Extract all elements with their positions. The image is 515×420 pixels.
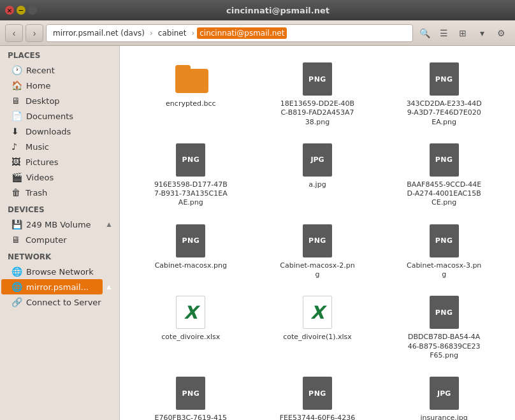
sidebar-item-recent[interactable]: 🕐 Recent — [1, 62, 118, 78]
png-icon: PNG — [302, 375, 333, 411]
connect-server-icon: 🔗 — [11, 297, 22, 307]
png-icon: PNG — [429, 223, 460, 259]
file-name: 343CD2DA-E233-44D9-A3D7-7E46D7E020EA.png — [406, 99, 482, 127]
sidebar-item-documents[interactable]: 📄 Documents — [1, 108, 118, 124]
file-item[interactable]: JPGa.jpg — [257, 137, 379, 213]
pictures-icon: 🖼 — [11, 157, 22, 167]
forward-button[interactable]: › — [25, 24, 43, 42]
sidebar-item-volume-row: 💾 249 MB Volume ▲ — [1, 217, 118, 232]
sidebar-item-videos[interactable]: 🎬 Videos — [1, 170, 118, 185]
file-item[interactable]: PNGCabinet-macosx-3.png — [383, 218, 505, 285]
sidebar-item-computer[interactable]: 🖥 Computer — [1, 232, 118, 247]
recent-icon: 🕐 — [11, 65, 22, 75]
home-icon: 🏠 — [11, 80, 22, 91]
file-name: Cabinet-macosx.png — [155, 261, 227, 270]
sidebar-item-label: Videos — [26, 173, 54, 182]
xlsx-icon: X — [302, 294, 333, 330]
grid-view-button[interactable]: ⊞ — [454, 24, 472, 42]
sidebar-item-volume[interactable]: 💾 249 MB Volume — [1, 217, 103, 232]
png-icon: PNG — [175, 142, 206, 178]
devices-header: Devices — [0, 200, 119, 217]
sidebar-item-mirror[interactable]: 🌐 mirror.psmail... — [1, 279, 103, 294]
sort-button[interactable]: ▾ — [473, 24, 491, 42]
minimize-button[interactable]: − — [17, 6, 25, 15]
sidebar-item-label: Recent — [26, 66, 55, 75]
breadcrumb-current[interactable]: cincinnati@psmail.net — [197, 27, 287, 39]
file-name: Cabinet-macosx-2.png — [279, 261, 356, 280]
file-name: DBDCB78D-BA54-4A46-B875-86839CE23F65.png — [406, 333, 482, 360]
sidebar-item-home[interactable]: 🏠 Home — [1, 78, 118, 93]
xlsx-icon: X — [175, 294, 206, 330]
eject-volume-button[interactable]: ▲ — [103, 217, 115, 232]
file-item[interactable]: PNGCabinet-macosx.png — [130, 218, 252, 285]
file-name: Cabinet-macosx-3.png — [406, 261, 482, 280]
computer-icon: 🖥 — [11, 235, 22, 245]
downloads-icon: ⬇ — [11, 126, 22, 136]
file-item[interactable]: Xcote_divoire(1).xlsx — [257, 289, 379, 365]
jpg-icon: JPG — [302, 142, 333, 178]
sidebar-item-label: Connect to Server — [26, 298, 101, 307]
back-button[interactable]: ‹ — [5, 24, 23, 42]
file-item[interactable]: JPGinsurance.jpg — [383, 370, 505, 420]
sidebar-item-browse-network[interactable]: 🌐 Browse Network — [1, 264, 118, 279]
jpg-icon: JPG — [429, 375, 460, 411]
breadcrumb-sep-1: › — [150, 29, 153, 38]
file-item[interactable]: PNG916E3598-D177-47B7-B931-73A135C1EAAE.… — [130, 137, 252, 213]
file-item[interactable]: PNGDBDCB78D-BA54-4A46-B875-86839CE23F65.… — [383, 289, 505, 365]
breadcrumb-sep-2: › — [191, 29, 194, 38]
titlebar: × − cincinnati@psmail.net — [0, 0, 515, 20]
file-name: BAAF8455-9CCD-44ED-A274-4001EAC15BCE.png — [406, 180, 482, 208]
png-icon: PNG — [429, 294, 460, 330]
breadcrumb-cabinet[interactable]: cabinet — [156, 27, 189, 39]
sidebar-item-pictures[interactable]: 🖼 Pictures — [1, 154, 118, 170]
file-item[interactable]: PNGCabinet-macosx-2.png — [257, 218, 379, 285]
breadcrumb-davs[interactable]: mirror.psmail.net (davs) — [50, 27, 147, 39]
png-icon: PNG — [175, 223, 206, 259]
search-button[interactable]: 🔍 — [416, 24, 433, 42]
sidebar-item-label: mirror.psmail... — [26, 282, 89, 292]
file-name: FEE53744-60F6-4236-A3D0-AC8A7CA470AE.png — [279, 414, 356, 420]
sidebar-item-downloads[interactable]: ⬇ Downloads — [1, 124, 118, 139]
sidebar-item-label: Desktop — [25, 96, 60, 106]
menu-button[interactable]: ☰ — [435, 24, 453, 42]
volume-icon: 💾 — [11, 219, 22, 229]
file-item[interactable]: PNGFEE53744-60F6-4236-A3D0-AC8A7CA470AE.… — [257, 370, 379, 420]
trash-icon: 🗑 — [11, 187, 22, 198]
sidebar-item-mirror-row: 🌐 mirror.psmail... ▲ — [1, 279, 118, 294]
sidebar-item-connect-server[interactable]: 🔗 Connect to Server — [1, 294, 118, 310]
file-item[interactable]: PNGE760FB3C-7619-415C-91FA-1B69356B4F2D.… — [130, 370, 252, 420]
file-grid: encrypted.bccPNG18E13659-DD2E-40BC-B819-… — [130, 56, 505, 420]
file-item[interactable]: PNG18E13659-DD2E-40BC-B819-FAD2A453A738.… — [257, 56, 379, 132]
file-item[interactable]: PNGBAAF8455-9CCD-44ED-A274-4001EAC15BCE.… — [383, 137, 505, 213]
window-title: cincinnati@psmail.net — [46, 6, 510, 15]
maximize-button[interactable] — [28, 6, 37, 15]
file-name: 916E3598-D177-47B7-B931-73A135C1EAAE.png — [152, 180, 229, 208]
videos-icon: 🎬 — [11, 172, 22, 182]
sidebar-item-desktop[interactable]: 🖥 Desktop — [1, 93, 118, 108]
png-icon: PNG — [302, 223, 333, 259]
file-area: encrypted.bccPNG18E13659-DD2E-40BC-B819-… — [120, 46, 515, 420]
sidebar-item-label: Trash — [25, 188, 47, 198]
settings-button[interactable]: ⚙ — [492, 24, 510, 42]
sidebar-item-label: 249 MB Volume — [26, 220, 91, 229]
sidebar-item-label: Browse Network — [26, 267, 94, 277]
places-header: Places — [0, 46, 119, 62]
network-header: Network — [0, 247, 119, 264]
file-name: encrypted.bcc — [166, 99, 215, 108]
sidebar-item-trash[interactable]: 🗑 Trash — [1, 185, 118, 200]
file-name: cote_divoire(1).xlsx — [283, 333, 352, 342]
file-item[interactable]: Xcote_divoire.xlsx — [130, 289, 252, 365]
file-item[interactable]: PNG343CD2DA-E233-44D9-A3D7-7E46D7E020EA.… — [383, 56, 505, 132]
file-name: a.jpg — [308, 180, 326, 189]
desktop-icon: 🖥 — [11, 96, 22, 106]
eject-mirror-button[interactable]: ▲ — [103, 279, 115, 294]
close-button[interactable]: × — [5, 6, 14, 15]
main-layout: Places 🕐 Recent 🏠 Home 🖥 Desktop 📄 Docum… — [0, 46, 515, 420]
folder-icon — [175, 61, 206, 97]
file-item[interactable]: encrypted.bcc — [130, 56, 252, 132]
browse-network-icon: 🌐 — [11, 266, 22, 277]
sidebar-item-music[interactable]: ♪ Music — [1, 139, 118, 154]
file-name: cote_divoire.xlsx — [161, 333, 220, 342]
sidebar-item-label: Pictures — [25, 157, 58, 167]
png-icon: PNG — [302, 61, 333, 97]
